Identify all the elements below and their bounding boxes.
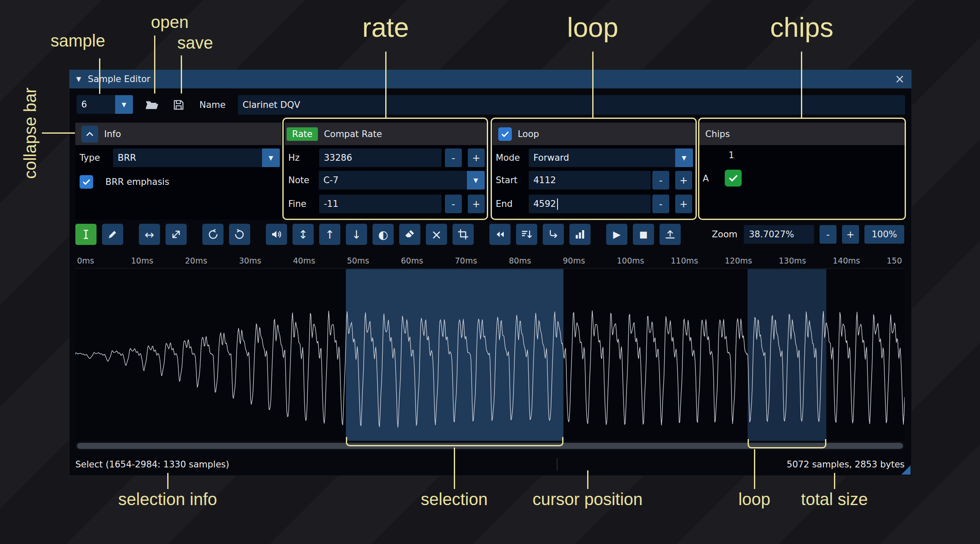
- ruler-label: 70ms: [455, 256, 478, 265]
- insert-button[interactable]: [543, 224, 564, 245]
- fine-input[interactable]: -11: [319, 195, 442, 213]
- window-titlebar[interactable]: ▼ Sample Editor ×: [69, 70, 911, 88]
- loop-checkbox[interactable]: [498, 127, 512, 141]
- type-label: Type: [80, 148, 100, 167]
- resize-grip[interactable]: [901, 465, 911, 475]
- spectrum-button[interactable]: [569, 224, 591, 245]
- loop-section: Loop Mode Forward ▼ Start 4112 - + End 4…: [492, 123, 696, 220]
- annotation-line-total-size: [834, 473, 835, 489]
- redo-button[interactable]: [229, 224, 250, 245]
- corner-arrow-icon: [547, 228, 560, 241]
- reverse-button[interactable]: [489, 224, 511, 245]
- window-collapse-icon[interactable]: ▼: [76, 75, 81, 83]
- undo-button[interactable]: [202, 224, 224, 245]
- info-collapse-button[interactable]: [81, 126, 98, 143]
- amplify-up-button[interactable]: ↑: [319, 224, 340, 245]
- loop-end-decrement-button[interactable]: -: [652, 195, 669, 213]
- arrow-down-icon: ↓: [352, 228, 362, 241]
- pencil-icon: [106, 228, 119, 241]
- waveform-path: [75, 310, 905, 428]
- timeline-ruler[interactable]: 0ms10ms20ms30ms40ms50ms60ms70ms80ms90ms1…: [75, 250, 905, 269]
- annotation-line-sample: [99, 58, 100, 94]
- chevron-down-icon[interactable]: ▼: [122, 101, 127, 108]
- loop-header-label: Loop: [518, 129, 539, 139]
- hz-row: Hz 33286 - +: [285, 148, 488, 167]
- tool-draw-button[interactable]: [102, 224, 123, 245]
- loop-end-increment-button[interactable]: +: [675, 195, 692, 213]
- brr-emphasis-checkbox[interactable]: [80, 175, 93, 189]
- waveform-display[interactable]: [75, 269, 905, 441]
- silence-button[interactable]: ×: [426, 224, 447, 245]
- chip-a-checkbox[interactable]: [725, 170, 742, 187]
- hz-input[interactable]: 33286: [319, 148, 442, 167]
- emphasis-row: BRR emphasis: [75, 175, 282, 189]
- stop-button[interactable]: ■: [633, 224, 654, 245]
- zoom-reset-button[interactable]: 100%: [864, 225, 904, 244]
- normalize-button[interactable]: ↕: [293, 224, 314, 245]
- note-dropdown-arrow: ▼: [467, 171, 485, 190]
- zoom-out-button[interactable]: -: [820, 225, 836, 244]
- sort-lines-icon: [520, 228, 533, 241]
- open-button[interactable]: [141, 95, 162, 115]
- hz-increment-button[interactable]: +: [468, 148, 485, 167]
- amplify-down-button[interactable]: ↓: [346, 224, 367, 245]
- type-dropdown[interactable]: BRR ▼: [113, 148, 280, 167]
- x-icon: ×: [431, 227, 442, 242]
- zoom-input[interactable]: 38.7027%: [744, 225, 814, 244]
- chevron-down-icon[interactable]: ▼: [269, 154, 273, 161]
- info-section-header: Info: [75, 123, 282, 145]
- fine-input-value: -11: [324, 199, 338, 209]
- annotation-cursor-position: cursor position: [533, 490, 643, 509]
- resize-button[interactable]: ↔: [139, 224, 160, 245]
- resample-button[interactable]: [166, 224, 187, 245]
- eraser-button[interactable]: [399, 224, 420, 245]
- floppy-disk-icon: [172, 98, 185, 112]
- ibeam-cursor-icon: [80, 228, 92, 241]
- annotation-line-save: [181, 55, 182, 93]
- save-button[interactable]: [169, 95, 188, 115]
- import-button[interactable]: [660, 224, 681, 245]
- check-icon: [500, 129, 510, 139]
- loop-start-label: Start: [496, 171, 517, 190]
- text-caret: [557, 198, 558, 210]
- loop-start-decrement-button[interactable]: -: [652, 171, 669, 190]
- rate-badge-button[interactable]: Rate: [287, 127, 318, 141]
- close-icon: ×: [895, 72, 905, 86]
- chevron-down-icon[interactable]: ▼: [682, 154, 687, 161]
- mode-dropdown[interactable]: Forward ▼: [529, 148, 693, 167]
- chip-column-label: 1: [729, 149, 734, 162]
- preview-button[interactable]: [266, 224, 287, 245]
- play-button[interactable]: ▶: [606, 224, 627, 245]
- play-icon: ▶: [613, 229, 621, 240]
- hz-decrement-button[interactable]: -: [445, 148, 462, 167]
- rate-section-header: Rate Compat Rate: [285, 123, 488, 145]
- hz-label: Hz: [288, 148, 300, 167]
- note-dropdown[interactable]: C-7 ▼: [319, 171, 485, 190]
- mode-dropdown-value: Forward: [533, 153, 569, 163]
- ruler-label: 110ms: [671, 256, 698, 265]
- loop-start-increment-button[interactable]: +: [675, 171, 692, 190]
- chips-header-label: Chips: [705, 129, 730, 139]
- annotation-line-chips: [801, 52, 802, 118]
- chevron-down-icon[interactable]: ▼: [474, 177, 478, 184]
- trim-button[interactable]: [453, 224, 474, 245]
- fine-increment-button[interactable]: +: [468, 195, 485, 213]
- filter-button[interactable]: [516, 224, 537, 245]
- fine-decrement-button[interactable]: -: [445, 195, 462, 213]
- ruler-label: 100ms: [617, 256, 644, 265]
- sample-toolbar: ↔ ↕ ↑ ↓ ◐ ×: [75, 224, 904, 245]
- upload-icon: [664, 228, 676, 241]
- zoom-in-button[interactable]: +: [842, 225, 859, 244]
- bar-chart-icon: [574, 228, 586, 241]
- mode-dropdown-arrow: ▼: [675, 148, 693, 167]
- sample-selector[interactable]: 6 ▼: [77, 95, 133, 114]
- invert-button[interactable]: ◐: [373, 224, 394, 245]
- close-button[interactable]: ×: [895, 73, 905, 85]
- sample-editor-window: ▼ Sample Editor × 6 ▼ Name Clarinet DQV: [69, 69, 912, 476]
- loop-end-input[interactable]: 4592: [529, 195, 651, 213]
- name-input[interactable]: Clarinet DQV: [238, 95, 905, 115]
- loop-section-header: Loop: [492, 123, 696, 145]
- ruler-label: 0ms: [77, 256, 94, 265]
- loop-start-input[interactable]: 4112: [529, 171, 651, 190]
- tool-select-button[interactable]: [75, 224, 97, 245]
